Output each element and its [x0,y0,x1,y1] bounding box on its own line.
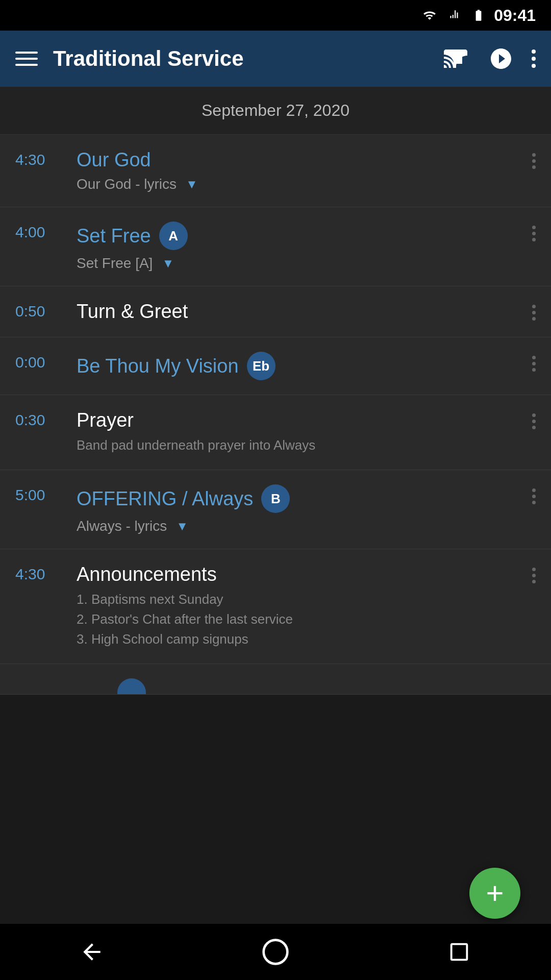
service-item-our-god[interactable]: 4:30 Our God Our God - lyrics ▼ [0,135,551,207]
more-options-button[interactable] [532,50,536,68]
item-subtitle-offering[interactable]: Always - lyrics ▼ [77,518,532,534]
dropdown-arrow: ▼ [176,519,188,533]
key-badge-be-thou: Eb [247,352,276,380]
item-notes-prayer: Band pad underneath prayer into Always [77,435,532,455]
item-more-set-free[interactable] [532,222,536,241]
app-bar-title: Traditional Service [53,46,424,71]
play-icon [489,46,513,71]
status-time: 09:41 [494,6,536,25]
add-item-button[interactable]: + [469,868,520,919]
item-time-announcements: 4:30 [15,564,66,583]
key-badge-set-free: A [159,222,188,250]
key-badge-offering: B [261,484,290,513]
cast-button[interactable] [440,43,470,74]
service-item-turn-greet[interactable]: 0:50 Turn & Greet [0,286,551,337]
item-content-our-god: Our God Our God - lyrics ▼ [66,149,532,192]
item-title-row: Announcements [77,564,532,585]
recents-button[interactable] [444,937,474,967]
plus-icon: + [486,878,504,909]
item-title-row: Turn & Greet [77,301,532,323]
hamburger-menu-button[interactable] [15,52,38,66]
recents-icon [447,940,471,964]
dropdown-arrow: ▼ [162,256,174,271]
item-time-offering: 5:00 [15,484,66,504]
cast-icon [443,46,467,71]
date-header: September 27, 2020 [0,87,551,135]
service-item-prayer[interactable]: 0:30 Prayer Band pad underneath prayer i… [0,395,551,470]
back-button[interactable] [77,937,107,967]
key-badge-partial [117,678,146,695]
item-title-row: Set Free A [77,222,532,250]
item-title-set-free: Set Free [77,225,151,247]
dropdown-arrow: ▼ [186,177,198,191]
svg-rect-1 [452,944,467,960]
app-bar: Traditional Service [0,31,551,87]
item-subtitle-our-god[interactable]: Our God - lyrics ▼ [77,176,532,192]
item-time-turn-greet: 0:50 [15,301,66,320]
wifi-icon [420,9,439,22]
service-item-announcements[interactable]: 4:30 Announcements 1. Baptisms next Sund… [0,549,551,664]
service-item-partial [0,664,551,695]
item-title-announcements: Announcements [77,564,217,585]
item-time-prayer: 0:30 [15,409,66,429]
item-content-be-thou: Be Thou My Vision Eb [66,352,532,380]
item-title-prayer: Prayer [77,409,134,431]
item-title-turn-greet: Turn & Greet [77,301,188,323]
item-more-turn-greet[interactable] [532,301,536,321]
item-content-set-free: Set Free A Set Free [A] ▼ [66,222,532,272]
item-title-row: Prayer [77,409,532,431]
item-time-set-free: 4:00 [15,222,66,241]
signal-icon [445,9,463,22]
item-content-announcements: Announcements 1. Baptisms next Sunday 2.… [66,564,532,649]
service-item-set-free[interactable]: 4:00 Set Free A Set Free [A] ▼ [0,207,551,286]
item-notes-announcements: 1. Baptisms next Sunday 2. Pastor's Chat… [77,590,532,649]
item-title-offering: OFFERING / Always [77,488,253,510]
date-text: September 27, 2020 [202,101,349,119]
home-icon [261,938,290,966]
app-bar-actions [440,43,536,74]
home-button[interactable] [260,937,291,967]
item-more-our-god[interactable] [532,149,536,169]
item-time-be-thou: 0:00 [15,352,66,371]
item-title-row: Our God [77,149,532,171]
play-button[interactable] [486,43,516,74]
item-title-our-god: Our God [77,149,151,171]
item-title-row: Be Thou My Vision Eb [77,352,532,380]
status-icons: 09:41 [420,6,536,25]
service-item-be-thou[interactable]: 0:00 Be Thou My Vision Eb [0,337,551,395]
item-more-prayer[interactable] [532,409,536,429]
item-time-our-god: 4:30 [15,149,66,168]
item-subtitle-set-free[interactable]: Set Free [A] ▼ [77,255,532,272]
item-content-offering: OFFERING / Always B Always - lyrics ▼ [66,484,532,534]
bottom-nav [0,924,551,980]
item-content-turn-greet: Turn & Greet [66,301,532,323]
item-more-announcements[interactable] [532,564,536,583]
service-list: 4:30 Our God Our God - lyrics ▼ 4:00 Set… [0,135,551,695]
service-item-offering[interactable]: 5:00 OFFERING / Always B Always - lyrics… [0,470,551,549]
battery-icon [469,9,488,22]
back-icon [79,939,105,965]
item-title-be-thou: Be Thou My Vision [77,355,239,377]
item-title-row: OFFERING / Always B [77,484,532,513]
item-more-offering[interactable] [532,484,536,504]
svg-point-0 [264,940,288,964]
status-bar: 09:41 [0,0,551,31]
item-content-prayer: Prayer Band pad underneath prayer into A… [66,409,532,455]
item-more-be-thou[interactable] [532,352,536,372]
